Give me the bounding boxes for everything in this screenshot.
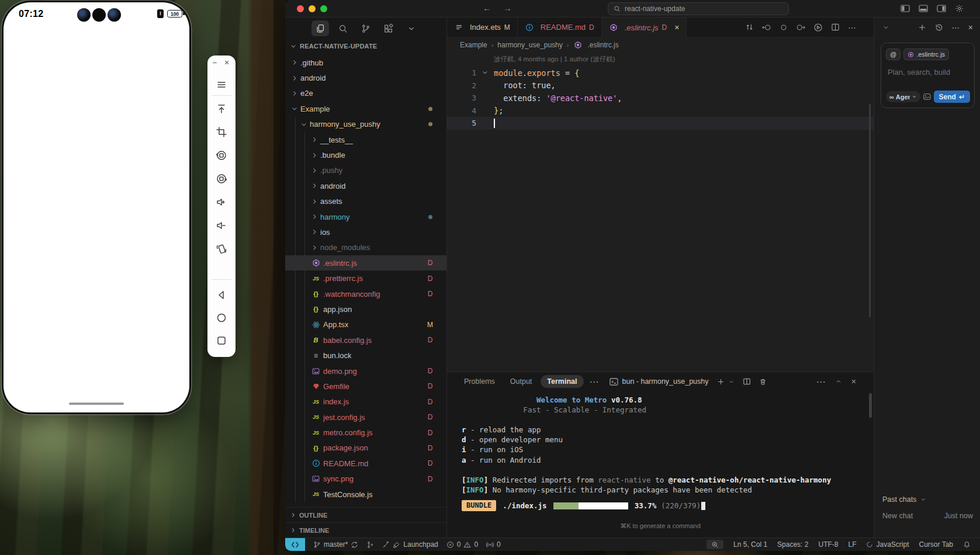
expand-chevron[interactable]	[311, 167, 320, 174]
rotate-right-icon[interactable]	[214, 172, 228, 186]
minimize-window-icon[interactable]	[309, 5, 316, 12]
panel-tab-terminal[interactable]: Terminal	[541, 375, 583, 388]
toolbar-close-icon[interactable]: ×	[224, 57, 229, 68]
terminal-output[interactable]: Welcome to Metro v0.76.8 Fast - Scalable…	[462, 395, 865, 511]
panel-more-actions-icon[interactable]: ⋯	[816, 376, 826, 387]
tree-folder-assets[interactable]: assets	[285, 194, 446, 209]
ports-button[interactable]: 0	[486, 540, 501, 549]
indentation-button[interactable]: Spaces: 2	[777, 540, 808, 549]
toolbar-minimize-icon[interactable]: −	[212, 57, 217, 68]
android-home-icon[interactable]	[214, 311, 228, 325]
agent-mode-selector[interactable]: ∞ Agent	[886, 91, 920, 102]
code-line-4[interactable]: 4};	[447, 105, 874, 117]
editor-tab-Index.ets[interactable]: Index.etsM	[447, 18, 518, 37]
outline-section-header[interactable]: OUTLINE	[285, 507, 446, 522]
close-window-icon[interactable]	[297, 5, 304, 12]
editor-tab-README.md[interactable]: README.mdD	[518, 18, 602, 37]
context-file-chip[interactable]: .eslintrc.js	[903, 48, 949, 60]
tree-folder-node_modules[interactable]: node_modules	[285, 240, 446, 255]
more-actions-icon[interactable]: ⋯	[848, 23, 856, 32]
explorer-root-header[interactable]: REACT-NATIVE-UPDATE	[285, 37, 446, 55]
terminal-dropdown-icon[interactable]	[728, 379, 735, 385]
tree-file-App.tsx[interactable]: App.tsxM	[285, 317, 446, 332]
tree-file-.eslintrc.js[interactable]: .eslintrc.jsD	[285, 255, 446, 270]
breadcrumb-item[interactable]: Example	[460, 41, 487, 49]
cursor-position-button[interactable]: Ln 5, Col 1	[733, 540, 767, 549]
tree-file-README.md[interactable]: README.mdD	[285, 456, 446, 471]
new-terminal-icon[interactable]	[717, 378, 725, 386]
notifications-bell-icon[interactable]	[963, 541, 971, 549]
tree-folder-harmony[interactable]: harmony	[285, 209, 446, 224]
more-views-chevron-icon[interactable]	[403, 20, 420, 36]
tree-file-bun.lock[interactable]: ≡bun.lock	[285, 348, 446, 363]
code-editor[interactable]: 波仔糕, 4 months ago | 1 author (波仔糕) 1modu…	[447, 52, 874, 372]
zoom-window-icon[interactable]	[320, 5, 327, 12]
tree-file-babel.config.js[interactable]: Bbabel.config.jsD	[285, 332, 446, 348]
nav-forward-icon[interactable]: →	[503, 3, 512, 13]
encoding-button[interactable]: UTF-8	[818, 540, 838, 549]
crop-icon[interactable]	[214, 125, 228, 139]
tree-file-sync.png[interactable]: sync.pngD	[285, 471, 446, 487]
extensions-view-icon[interactable]	[380, 20, 397, 36]
expand-chevron[interactable]	[311, 152, 320, 159]
nav-forward-circle-icon[interactable]	[796, 23, 805, 32]
tree-folder-__tests__[interactable]: __tests__	[285, 132, 446, 147]
remote-indicator-button[interactable]	[285, 538, 305, 551]
tree-folder-android[interactable]: android	[285, 178, 446, 193]
tree-folder-ios[interactable]: ios	[285, 224, 446, 240]
android-back-icon[interactable]	[214, 288, 228, 302]
chat-tab-chevron-icon[interactable]	[882, 24, 889, 31]
code-line-5[interactable]: 5	[447, 117, 874, 130]
launchpad-button[interactable]: Launchpad	[382, 540, 438, 549]
problems-button[interactable]: 0 0	[446, 540, 478, 549]
search-view-icon[interactable]	[334, 20, 352, 36]
explorer-view-icon[interactable]	[311, 20, 329, 36]
breadcrumb-item[interactable]: harmony_use_pushy	[497, 41, 562, 49]
tree-folder-harmony_use_pushy[interactable]: harmony_use_pushy	[285, 117, 446, 132]
toggle-left-panel-icon[interactable]	[901, 5, 910, 12]
tree-file-app.json[interactable]: {}app.json	[285, 301, 446, 317]
android-recents-icon[interactable]	[214, 334, 228, 348]
tree-file-Gemfile[interactable]: GemfileD	[285, 379, 446, 394]
panel-tab-output[interactable]: Output	[504, 375, 539, 388]
past-chat-item[interactable]: New chat	[882, 512, 913, 520]
tree-folder-.github[interactable]: .github	[285, 55, 446, 70]
chat-input-box[interactable]: @ .eslintrc.js Plan, search, build ∞ Age…	[881, 43, 975, 108]
home-indicator[interactable]	[69, 403, 124, 405]
shake-device-icon[interactable]	[214, 242, 228, 256]
tree-folder-.pushy[interactable]: .pushy	[285, 163, 446, 178]
tree-file-package.json[interactable]: {}package.jsonD	[285, 440, 446, 456]
add-context-button[interactable]: @	[886, 48, 901, 60]
volume-up-icon[interactable]	[214, 195, 228, 209]
tree-file-.watchmanconfig[interactable]: {}.watchmanconfigD	[285, 286, 446, 301]
close-tab-icon[interactable]: ×	[674, 23, 679, 32]
volume-down-icon[interactable]	[214, 218, 228, 233]
zoom-status-button[interactable]	[707, 540, 723, 549]
expand-chevron[interactable]	[311, 198, 320, 205]
nav-back-icon[interactable]: ←	[483, 3, 491, 13]
expand-chevron[interactable]	[311, 136, 320, 143]
expand-chevron[interactable]	[291, 59, 300, 66]
timeline-section-header[interactable]: TIMELINE	[285, 522, 446, 537]
eol-button[interactable]: LF	[848, 540, 856, 549]
expand-chevron[interactable]	[311, 244, 320, 251]
split-terminal-icon[interactable]	[743, 377, 751, 386]
split-editor-icon[interactable]	[831, 23, 840, 32]
terminal-scrollbar[interactable]	[869, 393, 872, 418]
code-line-1[interactable]: 1module.exports = {	[447, 67, 874, 79]
tree-file-TestConsole.js[interactable]: JSTestConsole.js	[285, 487, 446, 502]
tree-file-demo.png[interactable]: demo.pngD	[285, 363, 446, 379]
tree-file-index.js[interactable]: JSindex.jsD	[285, 394, 446, 410]
editor-scrollbar[interactable]	[869, 103, 871, 317]
source-control-icon[interactable]	[357, 20, 375, 36]
fold-chevron[interactable]	[476, 68, 494, 78]
git-branch-button[interactable]: master*	[313, 540, 358, 549]
expand-chevron[interactable]	[291, 90, 300, 97]
expand-chevron[interactable]	[291, 75, 300, 82]
expand-chevron[interactable]	[311, 228, 320, 235]
past-chats-toggle[interactable]: Past chats	[882, 495, 926, 504]
attach-image-icon[interactable]	[923, 93, 931, 100]
cursor-tab-button[interactable]: Cursor Tab	[919, 540, 953, 549]
language-mode-button[interactable]: JavaScript	[866, 540, 909, 549]
run-file-icon[interactable]	[813, 23, 823, 32]
